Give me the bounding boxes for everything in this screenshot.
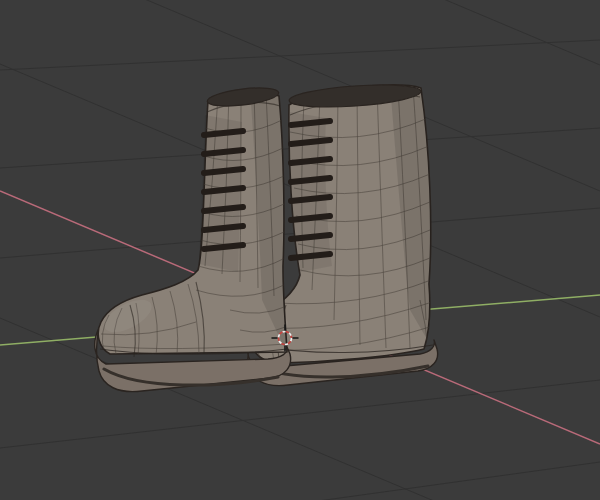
lace-rung [204, 207, 243, 211]
lace-rung [204, 188, 243, 192]
viewport-canvas[interactable] [0, 0, 600, 500]
lace-rung [291, 140, 330, 144]
lace-rung [204, 245, 243, 249]
lace-rung [291, 159, 330, 163]
lace-rung [291, 235, 330, 239]
lace-rung [291, 197, 330, 201]
lace-rung [291, 254, 330, 258]
lace-rung [204, 226, 243, 230]
blender-3d-viewport[interactable] [0, 0, 600, 500]
lace-rung [204, 150, 243, 154]
lace-rung [291, 216, 330, 220]
lace-rung [291, 178, 330, 182]
lace-rung [204, 131, 243, 135]
lace-rung [291, 121, 330, 125]
lace-rung [204, 169, 243, 173]
